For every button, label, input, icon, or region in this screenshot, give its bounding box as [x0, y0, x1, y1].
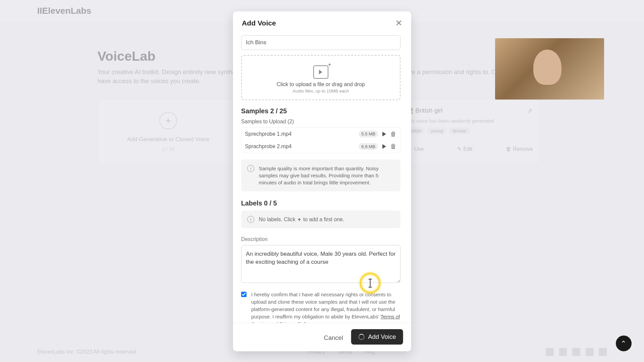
- sample-size-badge: 5.5 MB: [359, 130, 378, 137]
- add-voice-button-label: Add Voice: [368, 333, 396, 341]
- consent-checkbox[interactable]: [241, 291, 247, 297]
- consent-period: .: [311, 321, 312, 323]
- consent-and: and: [268, 321, 279, 323]
- spinner-icon: [358, 334, 364, 340]
- modal-title: Add Voice: [242, 19, 276, 27]
- scroll-top-button[interactable]: ⌃: [616, 336, 632, 352]
- upload-file-icon: [313, 65, 328, 79]
- quality-tip-text: Sample quality is more important than qu…: [259, 165, 394, 186]
- samples-list: Sprechprobe 1.mp4 5.5 MB 🗑 Sprachprobe 2…: [241, 127, 400, 154]
- sample-row: Sprachprobe 2.mp4 6.9 MB 🗑: [241, 140, 400, 153]
- labels-empty-pre: No labels. Click: [259, 217, 297, 222]
- info-icon: i: [247, 216, 254, 223]
- consent-text: I hereby confirm that I have all necessa…: [251, 291, 400, 323]
- dropzone-sub: Audio files, up to 10MB each: [246, 88, 395, 94]
- consent-pre: I hereby confirm that I have all necessa…: [251, 292, 395, 319]
- samples-section-title: Samples 2 / 25: [241, 107, 400, 115]
- info-icon: i: [247, 165, 254, 172]
- trash-icon[interactable]: 🗑: [390, 130, 396, 138]
- labels-section-title: Labels 0 / 5: [241, 199, 400, 207]
- upload-dropzone[interactable]: Click to upload a file or drag and drop …: [241, 55, 400, 100]
- dropzone-label: Click to upload a file or drag and drop: [246, 81, 395, 87]
- add-voice-modal: Add Voice ✕ Click to upload a file or dr…: [233, 11, 411, 351]
- text-cursor-icon: [370, 279, 371, 288]
- samples-upload-header: Samples to Upload (2): [241, 119, 400, 125]
- webcam-thumbnail: [495, 38, 604, 100]
- voice-name-input[interactable]: [241, 35, 400, 50]
- cancel-button[interactable]: Cancel: [318, 331, 349, 345]
- close-icon[interactable]: ✕: [395, 18, 402, 28]
- sample-size-badge: 6.9 MB: [359, 143, 378, 150]
- sample-filename: Sprachprobe 2.mp4: [245, 143, 354, 149]
- chevron-up-icon: ⌃: [621, 339, 627, 348]
- labels-empty-post: to add a first one.: [302, 217, 344, 222]
- trash-icon[interactable]: 🗑: [390, 143, 396, 150]
- add-label-plus-icon[interactable]: +: [297, 217, 302, 222]
- quality-infobox: i Sample quality is more important than …: [241, 160, 400, 191]
- description-label: Description: [241, 236, 400, 242]
- privacy-link[interactable]: Privacy Policy: [279, 321, 311, 323]
- play-icon[interactable]: [382, 144, 386, 149]
- labels-empty-box: i No labels. Click + to add a first one.: [241, 210, 400, 228]
- sample-filename: Sprechprobe 1.mp4: [245, 131, 354, 137]
- play-icon[interactable]: [382, 132, 386, 136]
- add-voice-button[interactable]: Add Voice: [351, 329, 403, 345]
- sample-row: Sprechprobe 1.mp4 5.5 MB 🗑: [241, 128, 400, 140]
